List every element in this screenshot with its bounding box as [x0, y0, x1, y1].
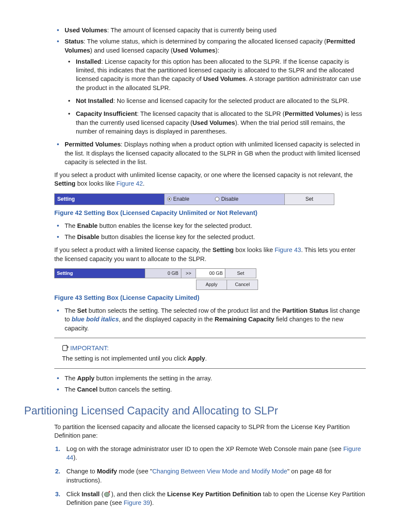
f: blue bold italics: [72, 316, 119, 323]
svg-rect-0: [62, 345, 67, 351]
b1: Permitted Volumes: [285, 110, 341, 117]
setting-label: Setting: [55, 194, 165, 205]
h: Remaining Capacity: [215, 316, 274, 323]
important-block: IMPORTANT: The setting is not implemente…: [54, 343, 366, 363]
b: Cancel: [77, 386, 98, 393]
t2: box looks like: [234, 246, 274, 253]
note-icon: [62, 345, 69, 351]
set-button[interactable]: Set: [284, 194, 334, 205]
c: (: [100, 491, 103, 498]
definition-list: Used Volumes: The amount of licensed cap…: [54, 26, 366, 166]
svg-point-1: [104, 492, 109, 497]
c: button selects the setting. The selected…: [87, 307, 283, 314]
apply-item: The Apply button implements the setting …: [65, 374, 366, 383]
term: Installed: [76, 58, 101, 65]
c: button disables the license key for the …: [100, 233, 255, 240]
step-number: 3.: [55, 490, 60, 498]
t2: box looks like: [75, 180, 116, 187]
section-intro: To partition the licensed capacity and a…: [54, 423, 366, 440]
b: Apply: [77, 375, 94, 382]
para-limited-intro: If you select a product with a limited l…: [54, 246, 366, 263]
install-icon: [103, 491, 111, 498]
d: ), and then click the: [111, 491, 167, 498]
uv: Used Volumes: [173, 47, 215, 54]
fig43-row-1: Setting 0 GB >> 00 GB Set: [54, 268, 259, 278]
a: Log on with the storage administrator us…: [66, 445, 343, 452]
c: button implements the setting in the arr…: [94, 375, 212, 382]
a: The: [65, 222, 77, 229]
a: The: [65, 233, 77, 240]
disable-item: The Disable button disables the license …: [65, 233, 366, 241]
spacer: [54, 280, 196, 289]
a: Change to: [66, 468, 97, 475]
label: Enable: [173, 196, 189, 202]
figure-42-caption: Figure 42 Setting Box (Licensed Capacity…: [54, 208, 366, 217]
text: : The amount of licensed capacity that i…: [107, 27, 277, 34]
t1: If you select a product with unlimited l…: [54, 171, 353, 178]
term: Used Volumes: [65, 27, 107, 34]
figure-43-link[interactable]: Figure 43: [275, 246, 301, 253]
b: Disable: [77, 233, 100, 240]
a: Click: [66, 491, 81, 498]
enable-radio[interactable]: Enable: [167, 196, 189, 203]
figure-43-caption: Figure 43 Setting Box (License Capacity …: [54, 293, 366, 302]
term: Status: [65, 38, 84, 45]
t3: ):: [215, 47, 219, 54]
step-number: 1.: [55, 445, 60, 453]
a: The: [65, 386, 77, 393]
c: .: [205, 355, 207, 362]
t1: : The volume status, which is determined…: [84, 38, 326, 45]
capacity-input[interactable]: 00 GB: [196, 268, 225, 278]
g: , and the displayed capacity in the: [119, 316, 215, 323]
d: Partition Status: [282, 307, 328, 314]
important-label: IMPORTANT:: [70, 344, 109, 352]
disable-radio[interactable]: Disable: [215, 196, 238, 203]
step-2: 2. Change to Modify mode (see "Changing …: [66, 467, 366, 485]
divider: [54, 338, 366, 338]
t3: .: [143, 180, 145, 187]
divider: [54, 368, 366, 369]
step-1: 1. Log on with the storage administrator…: [66, 445, 366, 462]
def-used-volumes: Used Volumes: The amount of licensed cap…: [65, 26, 366, 34]
b1: Used Volumes: [203, 75, 246, 82]
a: The setting is not implemented until you…: [62, 355, 188, 362]
status-capacity-insufficient: Capacity Insufficient: The licensed capa…: [76, 109, 366, 136]
enable-disable-list: The Enable button enables the license ke…: [54, 221, 366, 242]
arrow-button[interactable]: >>: [181, 268, 196, 278]
c: button cancels the setting.: [98, 386, 172, 393]
figure-43-setting-box: Setting 0 GB >> 00 GB Set Apply Cancel: [54, 268, 259, 290]
apply-cancel-list: The Apply button implements the setting …: [54, 374, 366, 394]
current-value: 0 GB: [145, 268, 181, 278]
t1: If you select a product with a limited l…: [54, 246, 212, 253]
radio-icon: [215, 197, 219, 201]
apply-button[interactable]: Apply: [196, 280, 227, 289]
g: ).: [150, 499, 154, 506]
b: Set: [77, 307, 87, 314]
set-button-list: The Set button selects the setting. The …: [54, 306, 366, 333]
cancel-button[interactable]: Cancel: [227, 280, 258, 289]
procedure-steps: 1. Log on with the storage administrator…: [54, 445, 366, 507]
set-button[interactable]: Set: [225, 268, 256, 278]
c: mode (see ": [117, 468, 153, 475]
t1: : The licensed capacity that is allocate…: [137, 110, 285, 117]
b: Apply: [188, 355, 205, 362]
figure-42-link[interactable]: Figure 42: [116, 180, 143, 187]
status-not-installed: Not Installed: No license and licensed c…: [76, 96, 366, 105]
a: The: [65, 375, 77, 382]
modify-mode-link[interactable]: Changing Between View Mode and Modify Mo…: [152, 468, 287, 475]
b: ).: [73, 454, 77, 461]
important-text: The setting is not implemented until you…: [62, 354, 366, 363]
status-values: Installed: License capacity for this opt…: [65, 57, 366, 136]
fig43-row-2: Apply Cancel: [54, 280, 259, 289]
b2: Used Volumes: [193, 119, 235, 126]
term: Capacity Insufficient: [76, 110, 137, 117]
term: Not Installed: [76, 97, 113, 104]
b: Install: [81, 491, 100, 498]
term: Permitted Volumes: [65, 141, 121, 148]
b: Setting: [212, 246, 234, 253]
label: Disable: [221, 196, 238, 202]
text: : No license and licensed capacity for t…: [113, 97, 349, 104]
b: Setting: [54, 180, 75, 187]
b: Modify: [97, 468, 117, 475]
figure-39-link[interactable]: Figure 39: [124, 499, 150, 506]
